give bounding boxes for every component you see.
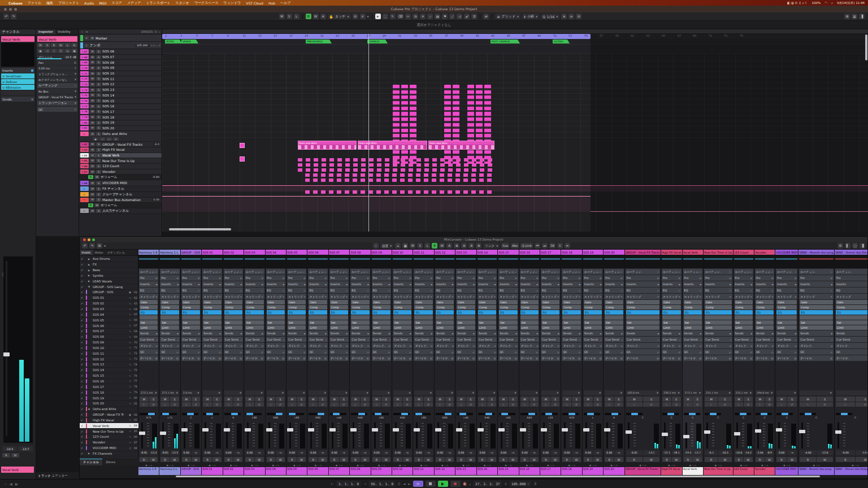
track-row[interactable]: ∿ 73 M S R W SOS 12 ● ◁ ▭ ⊘ — [79, 82, 162, 88]
track-name[interactable]: FX チャンネル — [102, 186, 124, 191]
track-name[interactable]: SOS 16 — [102, 104, 114, 108]
strip-limit[interactable]: Limit — [203, 325, 221, 330]
grid-type-dropdown[interactable]: Ⅱ 小節▼ — [522, 14, 539, 19]
listen-button[interactable]: L — [64, 43, 71, 47]
group-edit-icon[interactable]: ▭ — [106, 137, 112, 141]
peak-value[interactable]: -∞ — [361, 450, 370, 455]
visibility-row[interactable]: ✓ SOS 09 ∿ 70 — [80, 340, 138, 346]
mixer-channel-strip[interactable]: SEND - Stereo Vox Delay 1/4 ルーティン.⊂ Pre⊗… — [835, 250, 868, 462]
midi-clip-row[interactable] — [305, 173, 494, 177]
channel-top-tab[interactable]: SOS 15 — [498, 250, 518, 255]
track-solo-button[interactable]: S — [96, 99, 101, 103]
track-mute-button[interactable]: M — [90, 60, 95, 64]
strip-sat[interactable]: Sat — [457, 320, 475, 325]
strip-eq[interactable]: EQ — [662, 310, 680, 315]
rack-cue-sends[interactable]: Cue Send.◁ — [835, 337, 868, 342]
rack-routing[interactable]: ルーティン.⊂ — [245, 269, 264, 274]
midi-clip-stack[interactable] — [453, 85, 459, 164]
rack-direct-routing[interactable]: ダイレク.⇉ — [435, 343, 454, 348]
rack-direct-routing[interactable]: ダイレク.⇉ — [308, 343, 327, 348]
channel-fader-zone[interactable] — [683, 421, 703, 450]
latency-dropdown[interactable]: ▼ — [605, 390, 623, 395]
track-versions-header[interactable]: トラックバージョン▼ — [37, 101, 77, 106]
channel-solo-button[interactable]: S — [593, 396, 602, 402]
visibility-check-icon[interactable]: ✓ — [81, 368, 85, 372]
channel-eq-curve-display[interactable] — [661, 255, 682, 268]
track-solo-button[interactable]: S — [96, 55, 101, 59]
strip-tools[interactable] — [182, 315, 200, 320]
mixconsole-title-bar[interactable]: MixConsole - Cubase 13 Demo Project — [80, 237, 867, 242]
midi-clip-stack[interactable] — [467, 85, 474, 164]
channel-solo-button[interactable]: S — [551, 396, 560, 402]
rack-eq[interactable]: EQ∿ — [835, 287, 868, 293]
channel-solo-button[interactable]: S — [381, 396, 390, 402]
fader-value[interactable]: 0.00 — [541, 450, 550, 455]
rack-strip[interactable]: ストリップ✛ — [308, 294, 327, 299]
solo-all-button[interactable]: S — [287, 14, 292, 19]
channel-listen-button[interactable]: L — [735, 402, 744, 407]
rack-inserts[interactable]: Inserts▪ — [266, 281, 285, 287]
play-button[interactable] — [438, 481, 448, 487]
channel-write-button[interactable]: W — [445, 457, 454, 462]
time-warp-tool[interactable]: ⚑ — [442, 14, 448, 19]
rack-direct-routing[interactable]: ダイレク.⇉ — [562, 343, 581, 348]
visibility-check-icon[interactable]: ✓ — [81, 341, 85, 344]
strip-eq[interactable]: EQ — [182, 310, 200, 315]
rack-device-panels[interactable]: デバイス.▤ — [372, 355, 391, 361]
time-position-display[interactable]: 27. 2. 2. 37 — [473, 481, 502, 487]
split-tool[interactable]: ✂ — [405, 14, 411, 19]
visibility-check-icon[interactable]: ✓ — [81, 358, 85, 361]
track-solo-button[interactable]: S — [96, 104, 101, 108]
rack-sends[interactable]: Sends▪ — [541, 330, 560, 336]
track-name[interactable]: Vocal Verb — [102, 154, 119, 157]
bypass-inserts-icon[interactable]: ⊕ — [454, 243, 459, 249]
channel-pan-control[interactable]: C — [835, 411, 868, 421]
fader-handle[interactable] — [287, 428, 293, 432]
rack-inserts[interactable]: Inserts▪ — [224, 281, 243, 287]
channel-top-tab[interactable]: GROUP - SOS — [181, 250, 201, 255]
channel-top-tab[interactable]: SOS 14 — [477, 250, 497, 255]
tempo-value[interactable]: 105.000 — [136, 44, 149, 47]
channel-phase-button[interactable]: Ø — [381, 402, 390, 407]
strip-limit[interactable]: Limit — [499, 325, 517, 330]
visibility-check-icon[interactable]: ✓ — [81, 435, 85, 438]
visibility-row[interactable]: ✓ SOS 13 ∿ 74 — [80, 362, 138, 368]
channel-phase-button[interactable]: Ø — [643, 402, 659, 407]
channel-name[interactable]: SOS 19 — [93, 396, 128, 400]
strip-gate[interactable]: Gate — [836, 300, 868, 304]
strip-sat[interactable]: Sat — [626, 320, 659, 325]
rack-strip[interactable]: ストリップ✛ — [541, 294, 560, 299]
strip-gate[interactable]: Gate — [140, 300, 158, 304]
latency-dropdown[interactable]: ▼ — [541, 390, 559, 395]
channel-eq-curve-display[interactable] — [519, 255, 540, 268]
rack-cue-sends[interactable]: Cue Send.◁ — [372, 337, 391, 342]
strip-sat[interactable]: Sat — [478, 320, 496, 325]
rack-inserts[interactable]: Inserts▪ — [626, 281, 660, 287]
strip-comp[interactable]: Comp — [351, 305, 369, 310]
channel-fader-zone[interactable] — [435, 421, 455, 450]
strip-eq[interactable]: EQ — [584, 310, 602, 315]
channel-name-label[interactable]: Vocoder — [754, 467, 775, 475]
rack-inserts[interactable]: Inserts▪ — [202, 281, 222, 287]
delay-row[interactable]: 0.00 ms⇅ — [37, 66, 77, 71]
channel-write-button[interactable]: W — [424, 457, 433, 462]
channel-read-button[interactable]: R — [541, 457, 550, 462]
rack-qc[interactable]: QC◎ — [287, 349, 306, 355]
strip-sat[interactable]: Sat — [562, 320, 580, 325]
channel-solo-button[interactable]: S — [643, 396, 659, 402]
channel-name-label[interactable]: SOS 03 — [244, 467, 264, 475]
rack-routing[interactable]: ルーティン.⊂ — [266, 269, 285, 274]
channel-name[interactable]: SOS 04 — [93, 313, 128, 316]
channel-pan-control[interactable]: R40 — [350, 411, 370, 421]
strip-limit[interactable]: Limit — [684, 325, 702, 330]
rack-inserts[interactable]: Inserts▪ — [160, 281, 179, 287]
visibility-row[interactable]: ✓ ▶ Aux Drums — [80, 256, 138, 262]
zoom-vert-icon[interactable]: ⇕ — [557, 243, 563, 249]
peak-value[interactable]: -∞ — [212, 450, 222, 455]
rack-qc[interactable]: QC◎ — [393, 349, 412, 355]
tab-editor[interactable]: エディター — [52, 474, 68, 478]
channel-name[interactable]: GROUP - SOS — [93, 290, 128, 294]
rack-sends[interactable]: Sends▪ — [245, 330, 264, 336]
rack-sends[interactable]: Sends▪ — [835, 330, 868, 336]
channel-fader-zone[interactable] — [392, 421, 413, 450]
